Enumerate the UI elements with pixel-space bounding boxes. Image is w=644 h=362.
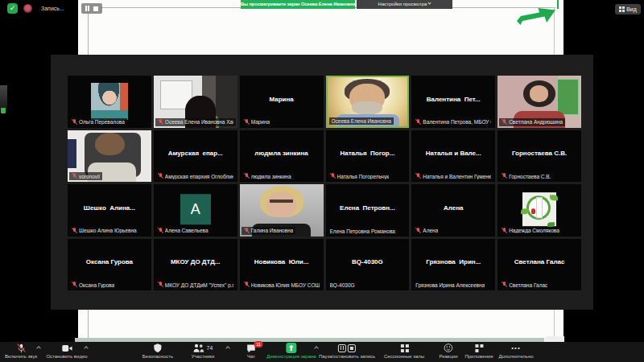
participants-count: 74 [207, 345, 213, 351]
desktop-edge-fragment [0, 85, 7, 109]
stop-video-button[interactable]: Остановить видео [46, 343, 87, 359]
letter-avatar: А [180, 194, 211, 224]
participant-tile[interactable]: voronovil [68, 130, 151, 183]
participant-tile[interactable]: А Алена Савельева [154, 184, 237, 237]
participants-gallery-panel[interactable]: Ольга Перевалова Осеева Елена Ивановна Х… [51, 55, 593, 310]
apps-button[interactable]: Приложения [464, 343, 493, 359]
participant-tile[interactable]: Амурская епар... Амурская епархия Оглобл… [154, 130, 237, 183]
participant-name-label: Светлана Галас [499, 281, 550, 289]
participant-name-label: Грязнова Ирина Алексеевна [413, 282, 487, 289]
participant-tile[interactable]: Наталья Погор... Наталья Погорельчук [326, 130, 410, 183]
participant-name-label: Наталья Погорельчук [328, 172, 392, 180]
chat-badge: 11 [254, 341, 263, 348]
view-settings-button[interactable]: Настройки просмотра [357, 0, 452, 9]
participant-tile[interactable]: Марина Марина [240, 76, 324, 128]
chevron-up-icon[interactable] [225, 346, 230, 351]
participant-name-label: Осеева Елена Ивановна [329, 117, 394, 125]
shield-icon [153, 343, 163, 353]
view-button[interactable]: Вид [615, 4, 641, 14]
participant-name-label: voronovil [69, 172, 102, 180]
participant-tile[interactable]: Наталья и Вале... Наталья и Валентин Гум… [411, 130, 495, 183]
breakout-rooms-button[interactable]: Сессионные залы [384, 343, 424, 359]
ellipsis-icon: ••• [511, 344, 520, 352]
pause-stop-recording-button[interactable]: Пауза/остановить запись [319, 343, 375, 359]
recording-indicator-icon [23, 4, 32, 13]
recording-strip: ✓ Запись... [0, 0, 78, 20]
smiley-icon [444, 343, 454, 353]
muted-mic-icon [330, 173, 336, 179]
participant-name-label: Оксана Гурова [69, 281, 117, 289]
participant-name-label: Новикова Юлия МБОУ СОШ п... [242, 281, 322, 289]
stop-recording-icon[interactable] [93, 6, 98, 11]
muted-mic-icon [502, 228, 507, 234]
participant-name-label: людмла зинкина [242, 172, 294, 180]
participant-tile[interactable]: людмла зинкина людмла зинкина [240, 130, 324, 183]
participant-tile[interactable]: Светлана Галас Светлана Галас [497, 239, 581, 291]
participant-tile[interactable]: Валентина Пет... Валентина Петрова, МБОУ… [411, 76, 495, 128]
recording-controls[interactable] [81, 3, 102, 14]
participant-tile[interactable]: Осеева Елена Ивановна Хаба... [154, 76, 237, 128]
participant-name-label: BQ-4030G [328, 282, 357, 289]
participant-name-label: Ольга Перевалова [69, 118, 127, 126]
pause-recording-icon[interactable] [85, 6, 89, 11]
participant-tile[interactable]: Ольга Перевалова [68, 76, 151, 128]
muted-mic-icon [502, 173, 507, 179]
participant-tile[interactable]: Горностаева С.В. Горностаева С.В. [497, 130, 581, 183]
chevron-down-icon [428, 1, 431, 4]
pause-icon [338, 344, 346, 352]
participant-tile[interactable]: Светлана Андрюшина [497, 76, 581, 128]
muted-mic-icon [502, 119, 507, 125]
participant-name-label: Амурская епархия Оглоблина ... [155, 172, 236, 180]
participant-tile[interactable]: Надежда Смолякова [497, 184, 581, 237]
unmute-button[interactable]: Включить звук [5, 343, 37, 359]
participant-name-label: Алена [413, 227, 440, 235]
participant-tile[interactable]: Шешко Алина... Шешко Алина Юрьевна [68, 184, 151, 237]
participant-name-label: Наталья и Валентин Гуменюк [413, 172, 493, 180]
muted-mic-icon [72, 119, 77, 125]
annotation-arrow-icon [515, 1, 562, 27]
muted-mic-icon [415, 119, 421, 125]
active-speaker-tile[interactable]: Осеева Елена Ивановна [326, 76, 410, 128]
participants-icon [193, 343, 204, 353]
security-shield-icon: ✓ [7, 3, 18, 14]
participant-tile[interactable]: Алена Алена [411, 184, 495, 237]
muted-mic-icon [502, 282, 507, 288]
muted-mic-icon [244, 282, 250, 288]
participant-tile[interactable]: Елена Петровн... Елена Петровна Романова [326, 184, 410, 237]
logo-avatar [522, 192, 556, 226]
muted-mic-icon [15, 343, 26, 353]
security-button[interactable]: Безопасность [142, 343, 173, 359]
participant-name-label: МКОУ ДО ДТДиМ "Успех" р.п. ... [155, 281, 236, 289]
participant-tile[interactable]: Грязнова Ирин... Грязнова Ирина Алексеев… [411, 239, 495, 291]
muted-mic-icon [72, 173, 77, 179]
participants-button[interactable]: 74 Участники [192, 343, 215, 359]
participant-tile[interactable]: Новикова Юли... Новикова Юлия МБОУ СОШ п… [240, 239, 324, 291]
participant-name-label: Марина [242, 118, 273, 126]
muted-mic-icon [158, 282, 163, 288]
share-screen-button[interactable]: Демонстрация экрана [266, 343, 316, 359]
muted-mic-icon [158, 228, 163, 234]
participant-name-label: Валентина Петрова, МБОУ СО... [413, 118, 493, 126]
muted-mic-icon [244, 119, 250, 125]
more-button[interactable]: ••• Дополнительно [498, 343, 533, 359]
desktop-icon [1, 108, 6, 113]
chevron-up-icon[interactable] [36, 346, 41, 351]
muted-mic-icon [72, 282, 77, 288]
participant-tile[interactable]: Оксана Гурова Оксана Гурова [68, 239, 151, 291]
view-settings-label: Настройки просмотра [378, 2, 427, 6]
participant-tile[interactable]: BQ-4030G BQ-4030G [326, 239, 410, 291]
participants-grid: Ольга Перевалова Осеева Елена Ивановна Х… [68, 76, 581, 290]
participant-tile[interactable]: Галина Ивановна [240, 184, 324, 237]
participant-name-label: Галина Ивановна [242, 227, 296, 235]
participant-name-label: Елена Петровна Романова [328, 228, 398, 235]
reactions-button[interactable]: Реакции [439, 343, 457, 359]
participant-name-label: Осеева Елена Ивановна Хаба... [155, 118, 236, 126]
shared-screen-fragment [545, 336, 564, 342]
stop-icon [348, 344, 356, 352]
participant-name-label: Шешко Алина Юрьевна [69, 227, 139, 235]
chat-button[interactable]: 11 Чат [246, 343, 257, 359]
recording-status-label: Запись... [41, 6, 64, 11]
muted-mic-icon [415, 173, 421, 179]
participant-tile[interactable]: МКОУ ДО ДТД... МКОУ ДО ДТДиМ "Успех" р.п… [154, 239, 237, 291]
participant-name-label: Надежда Смолякова [499, 227, 562, 235]
